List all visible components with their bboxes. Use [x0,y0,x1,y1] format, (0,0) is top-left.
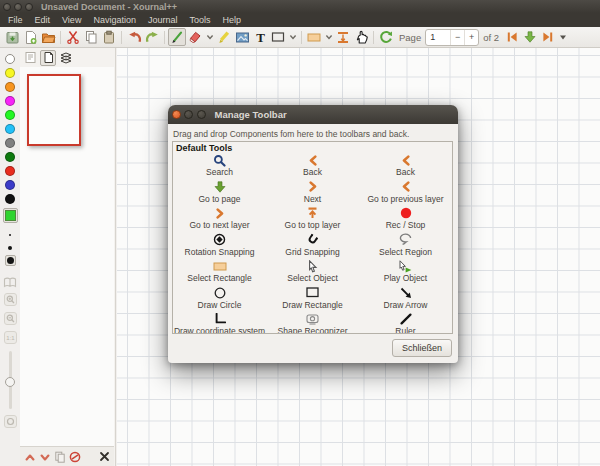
zoom-in-icon[interactable] [4,290,17,309]
page-thumbnail[interactable] [27,74,81,146]
tool-select-rectangle[interactable]: Select Rectangle [173,259,266,286]
current-color-button[interactable] [3,208,18,223]
first-page-icon[interactable] [503,28,521,46]
move-page-down-icon[interactable] [38,450,52,464]
tab-contents[interactable] [22,50,38,66]
dialog-titlebar[interactable]: Manage Toolbar [168,105,458,124]
color-swatch-0[interactable] [5,54,15,64]
color-swatch-8[interactable] [5,166,15,176]
menu-edit[interactable]: Edit [29,13,57,27]
color-swatch-5[interactable] [5,124,15,134]
eraser-dropdown-icon[interactable] [204,28,215,46]
window-close-button[interactable] [3,3,11,11]
menu-view[interactable]: View [56,13,87,27]
pen-tool-button[interactable] [168,28,186,46]
duplicate-page-icon[interactable] [53,450,67,464]
zoom-out-icon[interactable] [4,309,17,328]
window-maximize-button[interactable] [25,3,33,11]
tool-grid-snapping[interactable]: Grid Snapping [266,233,359,260]
dialog-close-window-button[interactable] [172,110,181,119]
color-swatch-6[interactable] [5,138,15,148]
image-tool-button[interactable] [233,28,251,46]
last-page-icon[interactable] [539,28,557,46]
cut-icon[interactable] [64,28,82,46]
tool-select-object[interactable]: Select Object [266,259,359,286]
page-number-input[interactable] [426,32,450,42]
thickness-fine-button[interactable] [9,229,11,241]
tool-shape-recognizer[interactable]: Shape Recognizer [266,312,359,334]
select-dropdown-icon[interactable] [323,28,334,46]
text-tool-button[interactable]: T [251,28,269,46]
close-sidebar-icon[interactable] [97,450,111,464]
circle-outline-icon [214,286,226,300]
menu-help[interactable]: Help [216,13,247,27]
tool-draw-rectangle[interactable]: Draw Rectangle [266,286,359,313]
move-page-up-icon[interactable] [23,450,37,464]
tool-go-to-top-layer[interactable]: Go to top layer [266,206,359,233]
fullscreen-icon[interactable] [377,28,395,46]
color-swatch-4[interactable] [5,110,15,120]
tool-label: Select Region [379,247,432,257]
thickness-thick-button[interactable] [5,255,16,266]
tab-page-preview[interactable] [40,50,56,66]
tool-draw-coordinate-system[interactable]: Draw coordinate system [173,312,266,334]
tool-play-object[interactable]: Play Object [359,259,452,286]
play-cursor-icon [398,259,413,273]
menu-navigation[interactable]: Navigation [87,13,142,27]
tool-draw-arrow[interactable]: Draw Arrow [359,286,452,313]
dialog-minimize-button[interactable] [184,110,193,119]
two-pages-icon[interactable] [3,274,17,290]
page-minus-button[interactable]: − [450,30,464,45]
paste-icon[interactable] [100,28,118,46]
page-plus-button[interactable]: + [464,30,478,45]
tool-go-to-previous-layer[interactable]: Go to previous layer [359,180,452,207]
toolbar-overflow-icon[interactable] [557,28,568,46]
shape-tool-button[interactable] [269,28,287,46]
color-swatch-1[interactable] [5,68,15,78]
tool-go-to-page[interactable]: Go to page [173,180,266,207]
tool-search[interactable]: Search [173,153,266,180]
tool-rec-stop[interactable]: Rec / Stop [359,206,452,233]
tool-back[interactable]: Back [266,153,359,180]
select-rectangle-tool-button[interactable] [305,28,323,46]
zoom-100-icon[interactable]: 1:1 [4,328,17,347]
color-swatch-7[interactable] [5,152,15,162]
tool-draw-circle[interactable]: Draw Circle [173,286,266,313]
tool-back[interactable]: Back [359,153,452,180]
tool-select-region[interactable]: Select Region [359,233,452,260]
page-label: Page [399,32,421,43]
highlighter-tool-button[interactable] [215,28,233,46]
redo-icon[interactable] [143,28,161,46]
undo-icon[interactable] [125,28,143,46]
chevron-left-icon [401,180,411,194]
menu-file[interactable]: File [2,13,29,27]
color-swatch-2[interactable] [5,82,15,92]
zoom-slider[interactable] [9,351,12,409]
vertical-space-tool-button[interactable] [334,28,352,46]
copy-icon[interactable] [82,28,100,46]
tool-rotation-snapping[interactable]: Rotation Snapping [173,233,266,260]
new-document-icon[interactable] [21,28,39,46]
color-swatch-9[interactable] [5,180,15,190]
window-minimize-button[interactable] [14,3,22,11]
tool-next[interactable]: Next [266,180,359,207]
tab-layers[interactable] [58,50,74,66]
dialog-close-button[interactable]: Schließen [392,339,452,357]
save-icon[interactable] [3,28,21,46]
tool-go-to-next-layer[interactable]: Go to next layer [173,206,266,233]
delete-page-icon[interactable] [68,450,82,464]
menu-tools[interactable]: Tools [183,13,216,27]
dialog-maximize-button[interactable] [197,110,206,119]
color-swatch-10[interactable] [5,194,15,204]
eraser-tool-button[interactable] [186,28,204,46]
tool-ruler[interactable]: Ruler [359,312,452,334]
thickness-medium-button[interactable] [8,241,12,255]
zoom-slider-handle[interactable] [5,377,15,387]
zoom-fit-icon[interactable] [4,413,17,429]
next-annotated-page-icon[interactable] [521,28,539,46]
shape-dropdown-icon[interactable] [287,28,298,46]
open-icon[interactable] [39,28,57,46]
hand-tool-button[interactable] [352,28,370,46]
menu-journal[interactable]: Journal [142,13,184,27]
color-swatch-3[interactable] [5,96,15,106]
